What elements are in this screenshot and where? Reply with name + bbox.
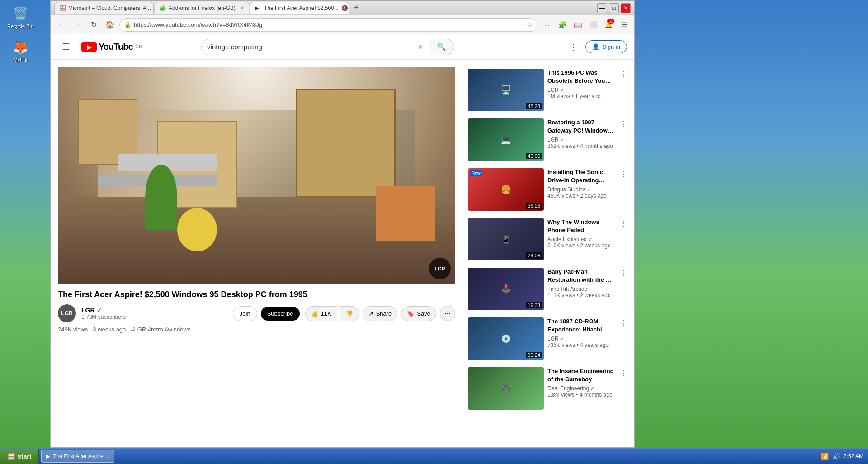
tab-youtube-mute-icon[interactable]: 🔇 bbox=[341, 5, 348, 11]
sidebar-video-sv5[interactable]: 🕹️ 19:33 Baby Pac-Man Restoration with t… bbox=[466, 266, 631, 312]
sign-in-label: Sign in bbox=[602, 43, 620, 50]
tab-addons-close[interactable]: ✕ bbox=[240, 5, 244, 11]
youtube-content: LGR The First Acer Aspire! $2,500 Window… bbox=[51, 60, 634, 447]
sidebar-video-sv2[interactable]: 💻 45:06 Restoring a 1997 Gateway PC! Win… bbox=[466, 117, 631, 163]
channel-avatar[interactable]: LGR bbox=[58, 304, 76, 322]
youtube-logo[interactable]: ▶ YouTube GB bbox=[81, 42, 142, 52]
sidebar-video-sv6[interactable]: 💿 30:24 The 1987 CD-ROM Experience: Hita… bbox=[466, 316, 631, 362]
sidebar-channel-sv4: Apple Explained✓ bbox=[547, 236, 614, 242]
search-submit-button[interactable]: 🔍 bbox=[429, 39, 454, 55]
taskbar-item-icon: ▶ bbox=[46, 453, 50, 459]
sidebar-more-sv7[interactable]: ⋮ bbox=[618, 367, 629, 378]
search-input[interactable] bbox=[207, 43, 418, 51]
channel-info: LGR ✓ 1.73M subscribers bbox=[81, 307, 227, 320]
sidebar-thumb-sv2: 💻 45:06 bbox=[468, 118, 544, 161]
tab-microsoft-label: Microsoft – Cloud, Computers, A... bbox=[68, 5, 151, 11]
url-text: https://www.youtube.com/watch?v=8dWtX4lM… bbox=[134, 21, 527, 28]
duration-sv3: 36:26 bbox=[526, 203, 542, 209]
save-button[interactable]: 🔖 Save bbox=[401, 306, 436, 321]
sidebar-video-sv7[interactable]: 🎮 The Insane Engineering of the Gameboy … bbox=[466, 365, 631, 412]
address-bar[interactable]: 🔒 https://www.youtube.com/watch?v=8dWtX4… bbox=[119, 18, 538, 32]
taskbar-network-icon: 📶 bbox=[821, 453, 829, 460]
sidebar-thumb-sv7: 🎮 bbox=[468, 367, 544, 410]
split-view-button[interactable]: ⬜ bbox=[586, 18, 600, 32]
youtube-page: ☰ ▶ YouTube GB ✕ 🔍 ⋮ 👤 Sign in bbox=[51, 34, 634, 447]
bookmark-icon[interactable]: ☆ bbox=[527, 21, 533, 28]
sidebar-video-info-sv1: This 1996 PC Was Obsolete Before You Got… bbox=[547, 69, 614, 111]
sidebar-more-sv5[interactable]: ⋮ bbox=[618, 268, 629, 279]
join-button[interactable]: Join bbox=[233, 306, 257, 321]
youtube-menu-button[interactable]: ☰ bbox=[58, 39, 74, 55]
sidebar-title-sv1: This 1996 PC Was Obsolete Before You Got… bbox=[547, 69, 614, 85]
addons-button[interactable]: 🔔 31 bbox=[602, 18, 615, 32]
more-nav-button[interactable]: ··· bbox=[540, 18, 554, 32]
desktop-icon-mypal[interactable]: 🦊 MyPal bbox=[5, 38, 36, 62]
new-tab-button[interactable]: + bbox=[350, 2, 362, 14]
search-clear-button[interactable]: ✕ bbox=[418, 43, 423, 51]
duration-sv4: 24:08 bbox=[526, 252, 542, 259]
back-button[interactable]: ← bbox=[54, 18, 68, 32]
video-meta-row: LGR LGR ✓ 1.73M subscribers Join Subscri… bbox=[58, 304, 455, 322]
recycle-bin-icon: 🗑️ bbox=[11, 5, 29, 23]
taskbar: 🪟 start ▶ The First Acer Aspire!... 📶 🔊 … bbox=[0, 448, 868, 464]
sidebar-channel-sv6: LGR✓ bbox=[547, 336, 614, 342]
video-actions: 👍 11K 👎 ↗ Share 🔖 Save bbox=[305, 306, 455, 321]
sidebar-video-sv3[interactable]: 🍔 36:26 New Installing The Sonic Drive-I… bbox=[466, 166, 631, 213]
menu-button[interactable]: ☰ bbox=[617, 18, 631, 32]
video-player[interactable]: LGR bbox=[58, 67, 455, 284]
extensions-button[interactable]: 🧩 bbox=[556, 18, 569, 32]
home-button[interactable]: 🏠 bbox=[103, 18, 117, 32]
sidebar-more-sv1[interactable]: ⋮ bbox=[618, 69, 629, 80]
sidebar-thumb-sv3: 🍔 36:26 New bbox=[468, 168, 544, 211]
taskbar-item-youtube[interactable]: ▶ The First Acer Aspire!... bbox=[41, 450, 114, 463]
video-watermark: LGR bbox=[429, 258, 451, 279]
youtube-header: ☰ ▶ YouTube GB ✕ 🔍 ⋮ 👤 Sign in bbox=[51, 34, 634, 60]
more-actions-button[interactable]: ··· bbox=[440, 306, 455, 321]
sidebar-video-info-sv7: The Insane Engineering of the Gameboy Re… bbox=[547, 367, 614, 410]
reload-button[interactable]: ↻ bbox=[87, 18, 100, 32]
sidebar-thumb-sv4: 📱 24:08 bbox=[468, 218, 544, 260]
youtube-logo-text: YouTube bbox=[99, 42, 133, 52]
sidebar-thumb-sv5: 🕹️ 19:33 bbox=[468, 268, 544, 310]
minimize-button[interactable]: — bbox=[597, 3, 607, 13]
mypal-label: MyPal bbox=[14, 57, 28, 62]
start-button[interactable]: 🪟 start bbox=[0, 449, 39, 464]
sidebar-title-sv4: Why The Windows Phone Failed bbox=[547, 218, 614, 234]
reader-view-button[interactable]: 📖 bbox=[571, 18, 585, 32]
thumbs-down-icon: 👎 bbox=[346, 310, 353, 317]
sidebar-title-sv2: Restoring a 1997 Gateway PC! Windows 95 … bbox=[547, 118, 614, 135]
sidebar-thumb-sv6: 💿 30:24 bbox=[468, 317, 544, 360]
sidebar-more-sv2[interactable]: ⋮ bbox=[618, 118, 629, 129]
maximize-button[interactable]: □ bbox=[609, 3, 619, 13]
tab-microsoft-favicon: 🪟 bbox=[59, 5, 66, 11]
like-count: 11K bbox=[321, 310, 331, 317]
tab-addons[interactable]: 🧩 Add-ons for Firefox (en-GB) ✕ bbox=[155, 2, 249, 14]
dislike-button[interactable]: 👎 bbox=[340, 306, 359, 321]
sidebar-more-sv3[interactable]: ⋮ bbox=[618, 168, 629, 179]
close-button[interactable]: ✕ bbox=[621, 3, 631, 13]
sidebar-more-sv4[interactable]: ⋮ bbox=[618, 218, 629, 229]
channel-actions: Join Subscribe bbox=[233, 306, 300, 321]
forward-button[interactable]: → bbox=[71, 18, 84, 32]
tab-microsoft[interactable]: 🪟 Microsoft – Cloud, Computers, A... ✕ bbox=[54, 2, 154, 14]
desktop-icon-recycle-bin[interactable]: 🗑️ Recycle Bin bbox=[5, 5, 36, 29]
sidebar-video-info-sv6: The 1987 CD-ROM Experience: Hitachi CDR-… bbox=[547, 317, 614, 360]
tab-youtube[interactable]: ▶ The First Acer Aspire! $2,500... 🔇 ✕ bbox=[250, 2, 349, 14]
share-icon: ↗ bbox=[368, 310, 373, 317]
sign-in-button[interactable]: 👤 Sign in bbox=[585, 40, 627, 53]
like-button[interactable]: 👍 11K bbox=[305, 306, 337, 321]
channel-subs: 1.73M subscribers bbox=[81, 314, 227, 320]
sidebar-more-sv6[interactable]: ⋮ bbox=[618, 317, 629, 328]
search-input-wrap[interactable]: ✕ bbox=[201, 39, 429, 55]
sidebar-video-sv4[interactable]: 📱 24:08 Why The Windows Phone Failed App… bbox=[466, 216, 631, 262]
duration-sv2: 45:06 bbox=[526, 153, 542, 159]
video-scene bbox=[58, 67, 455, 284]
save-icon: 🔖 bbox=[407, 310, 414, 317]
duration-sv5: 19:33 bbox=[526, 302, 542, 308]
sidebar-video-sv1[interactable]: 🖥️ 48:23 This 1996 PC Was Obsolete Befor… bbox=[466, 67, 631, 113]
subscribe-button[interactable]: Subscribe bbox=[261, 307, 300, 321]
youtube-more-options-button[interactable]: ⋮ bbox=[566, 39, 582, 55]
youtube-header-right: ⋮ 👤 Sign in bbox=[566, 39, 627, 55]
share-button[interactable]: ↗ Share bbox=[363, 306, 398, 321]
title-bar: 🪟 Microsoft – Cloud, Computers, A... ✕ 🧩… bbox=[51, 1, 634, 15]
